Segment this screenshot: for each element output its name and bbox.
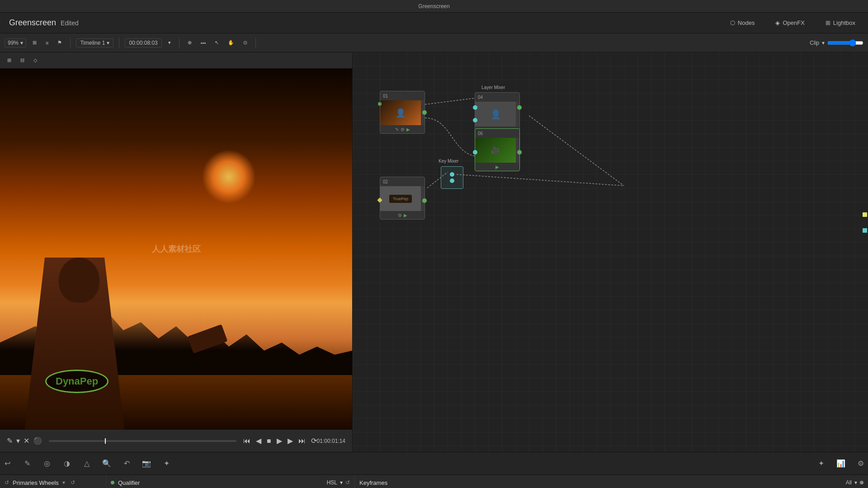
- node-02-out-port[interactable]: [422, 198, 427, 203]
- node-01-out-port[interactable]: [422, 110, 427, 115]
- list-view-btn[interactable]: ≡: [43, 39, 51, 47]
- all-dropdown-icon[interactable]: ▾: [854, 479, 857, 486]
- nodes-label: Nodes: [738, 19, 755, 26]
- preview-diamond-btn[interactable]: ◇: [31, 56, 40, 65]
- timeline-label-text: Timeline 1: [80, 40, 105, 46]
- clip-label-text: Clip: [810, 40, 819, 46]
- node-02-settings-icon: ⚙: [398, 213, 402, 218]
- preview-transform-btn[interactable]: ⊞: [5, 56, 14, 65]
- zoom-dropdown-icon: ▾: [20, 40, 23, 46]
- magic-btn[interactable]: ✦: [159, 456, 174, 471]
- timecode-dropdown-btn[interactable]: ▾: [165, 38, 174, 47]
- playback-time: 01:00:01:14: [317, 438, 345, 444]
- bottom-content: ↺ Primaries Wheels ▾ ↺ ↺ Offset ↺: [0, 475, 868, 488]
- logo-overlay: DynaPep: [45, 370, 108, 393]
- step-back-btn[interactable]: ◀: [256, 436, 261, 445]
- primaries-title: Primaries Wheels: [13, 479, 59, 486]
- right-yellow-indicator: [863, 212, 867, 217]
- qualifier-extra-btn[interactable]: ↺: [345, 479, 350, 486]
- node-06-header: 06: [475, 129, 519, 138]
- km-in2-port[interactable]: [450, 178, 454, 183]
- node-02-thumb: TruePep: [380, 186, 421, 211]
- grid-view-btn[interactable]: ⊞: [30, 38, 39, 47]
- undo-tool-btn[interactable]: ↶: [119, 456, 134, 471]
- clip-slider[interactable]: [827, 39, 863, 47]
- node-04-in1-port[interactable]: [473, 105, 477, 110]
- transport-controls: ⏮ ◀ ■ ▶ ▶ ⏭ ⟳: [243, 436, 317, 445]
- node-panel[interactable]: 01 👤 ✎ ⚙ ▶ Layer Mixer 04: [353, 52, 868, 452]
- node-02-arrow-icon: ▶: [404, 213, 407, 218]
- nav-lightbox-btn[interactable]: ⊞ Lightbox: [822, 18, 859, 28]
- skip-to-end-btn[interactable]: ⏭: [298, 437, 306, 445]
- hsl-dropdown-icon[interactable]: ▾: [340, 479, 343, 486]
- nav-nodes-btn[interactable]: ⬡ Nodes: [726, 18, 759, 28]
- node-01-footer: ✎ ⚙ ▶: [380, 125, 425, 133]
- node-01-in-port[interactable]: [378, 102, 382, 106]
- curve-tool-btn[interactable]: ↩: [0, 456, 14, 471]
- skip-to-start-btn[interactable]: ⏮: [243, 437, 250, 445]
- playback-timeline[interactable]: [49, 440, 236, 442]
- loop-btn[interactable]: ⟳: [311, 436, 317, 445]
- menu-bar: Greenscreen Edited ⬡ Nodes ◈ OpenFX ⊞ Li…: [0, 13, 868, 33]
- playback-controls: ✎ ▾ ✕ ⚫ ⏮ ◀ ■ ▶ ▶ ⏭ ⟳ 01:00:01:14: [0, 429, 352, 452]
- sparkle-right-btn[interactable]: ✦: [814, 456, 828, 471]
- hand-tool-btn[interactable]: ✋: [225, 38, 237, 47]
- playback-left: ✎ ▾ ✕ ⚫: [7, 436, 42, 445]
- primaries-dropdown-icon[interactable]: ▾: [62, 479, 65, 486]
- settings-right-btn[interactable]: ⚙: [854, 456, 868, 471]
- preview-grid-btn[interactable]: ⊟: [18, 56, 27, 65]
- circle-qualifier-btn[interactable]: ◎: [40, 456, 54, 471]
- dots-menu-btn[interactable]: •••: [198, 39, 209, 47]
- node-06[interactable]: 06 🎥 ▶: [475, 128, 520, 171]
- project-title: Greenscreen: [9, 18, 56, 28]
- node-04-out-port[interactable]: [517, 105, 522, 110]
- circle-btn[interactable]: ⊙: [241, 38, 250, 47]
- marker-dropdown-btn[interactable]: ▾: [16, 436, 20, 445]
- primaries-settings-icon[interactable]: ↺: [71, 479, 75, 486]
- play-btn[interactable]: ▶: [277, 436, 282, 445]
- camera-btn[interactable]: 📷: [139, 456, 154, 471]
- node-06-footer: ▶: [475, 163, 519, 171]
- primaries-panel: ↺ Primaries Wheels ▾ ↺ ↺ Offset ↺: [0, 475, 106, 488]
- zoom-control[interactable]: 99% ▾: [5, 38, 26, 47]
- key-mixer-box[interactable]: [441, 166, 463, 189]
- node-06-out-port[interactable]: [517, 150, 522, 155]
- node-04-thumb: 👤: [475, 102, 516, 127]
- bar-chart-btn[interactable]: 📊: [834, 456, 848, 471]
- timecode-display[interactable]: 00:00:08:03: [125, 38, 161, 47]
- stop-btn[interactable]: ■: [267, 437, 271, 445]
- node-01[interactable]: 01 👤 ✎ ⚙ ▶: [380, 91, 425, 134]
- polygon-btn[interactable]: △: [80, 456, 94, 471]
- gradient-btn[interactable]: ◑: [60, 456, 74, 471]
- node-01-thumb: 👤: [380, 100, 421, 125]
- node-02-id: 02: [383, 179, 388, 184]
- step-fwd-btn[interactable]: ▶: [288, 436, 293, 445]
- node-06-in-port[interactable]: [473, 150, 477, 155]
- clip-dropdown-icon: ▾: [822, 40, 825, 46]
- node-02-header: 02: [380, 177, 425, 186]
- mark-in-btn[interactable]: ✎: [7, 436, 13, 445]
- kf-dot-indicator: [860, 481, 863, 484]
- transform-tool-btn[interactable]: ⊕: [185, 38, 194, 47]
- separator-4: [255, 38, 256, 48]
- zoom-level: 99%: [8, 40, 19, 46]
- flag-btn[interactable]: ⚑: [55, 38, 65, 47]
- node-01-edit-icon: ✎: [395, 127, 399, 132]
- node-04-in2-port[interactable]: [473, 118, 477, 122]
- timeline-selector[interactable]: Timeline 1 ▾: [76, 38, 113, 47]
- bottom-panel: ↩ ✎ ◎ ◑ △ 🔍 ↶ 📷 ✦ ✦ 📊 ⚙ ↺ Primaries Whee…: [0, 452, 868, 488]
- primaries-reset-icon[interactable]: ↺: [5, 479, 9, 486]
- zoom-tool-btn[interactable]: 🔍: [99, 456, 114, 471]
- close-btn[interactable]: ✕: [24, 436, 29, 445]
- eyedropper-tool-btn[interactable]: ✎: [20, 456, 34, 471]
- record-btn[interactable]: ⚫: [33, 436, 42, 445]
- node-01-id: 01: [383, 94, 388, 99]
- nodes-icon: ⬡: [730, 19, 735, 26]
- node-06-id: 06: [478, 131, 483, 136]
- pointer-tool-btn[interactable]: ↖: [212, 38, 222, 47]
- node-02[interactable]: 02 TruePep ⚙ ▶: [380, 177, 425, 220]
- nav-openfx-btn[interactable]: ◈ OpenFX: [772, 18, 808, 28]
- km-in1-port[interactable]: [450, 172, 454, 177]
- layer-mixer-label: Layer Mixer: [481, 85, 505, 90]
- key-mixer-label: Key Mixer: [439, 159, 458, 164]
